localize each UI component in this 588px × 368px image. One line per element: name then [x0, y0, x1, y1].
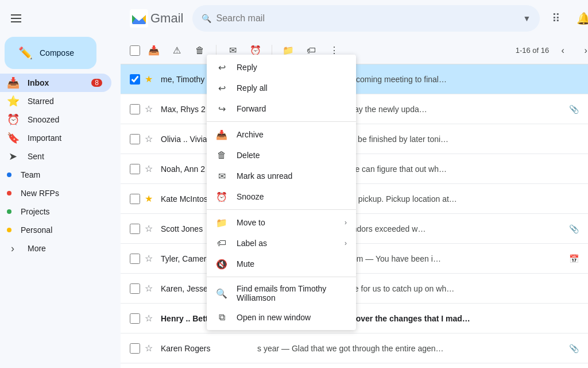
context-menu-reply-all[interactable]: ↩ Reply all — [207, 78, 356, 98]
notifications-button[interactable]: 🔔 — [572, 7, 588, 30]
context-menu-find-emails-label: Find emails from Timothy Williamson — [237, 284, 347, 302]
context-menu-forward[interactable]: ↪ Forward — [207, 98, 356, 119]
row-checkbox[interactable] — [130, 224, 140, 234]
row-checkbox[interactable] — [130, 134, 140, 144]
new-rfps-dot — [7, 191, 11, 195]
sidebar-item-starred[interactable]: ⭐ Starred — [0, 92, 111, 110]
row-checkbox[interactable] — [130, 254, 140, 264]
star-icon[interactable]: ☆ — [145, 103, 156, 115]
more-icon: › — [7, 243, 18, 255]
gmail-logo: Gmail — [130, 9, 183, 28]
submenu-arrow: › — [345, 218, 347, 227]
inbox-badge: 8 — [91, 79, 102, 87]
archive-icon: 📥 — [216, 129, 227, 140]
sidebar-item-label: Projects — [21, 207, 50, 216]
row-checkbox[interactable] — [130, 74, 140, 85]
compose-button[interactable]: ✏️ Compose — [5, 37, 96, 69]
sidebar-item-label: Team — [21, 170, 40, 179]
apps-button[interactable]: ⠿ — [544, 7, 567, 30]
mute-icon: 🔇 — [216, 258, 227, 270]
svg-rect-2 — [11, 21, 21, 22]
menu-button[interactable] — [2, 5, 30, 32]
context-menu-forward-label: Forward — [237, 104, 266, 113]
compose-label: Compose — [40, 48, 74, 57]
sidebar-item-label: Inbox — [28, 78, 49, 87]
mark-unread-icon: ✉ — [216, 170, 227, 182]
svg-rect-0 — [11, 14, 21, 16]
row-checkbox[interactable] — [130, 104, 140, 114]
email-time: Feb 10 — [583, 344, 588, 352]
context-menu-mute[interactable]: 🔇 Mute — [207, 254, 356, 274]
star-icon[interactable]: ★ — [145, 193, 156, 205]
search-input[interactable] — [216, 13, 523, 24]
context-menu-archive-label: Archive — [237, 130, 264, 139]
star-icon[interactable]: ★ — [145, 74, 156, 85]
label-as-icon: 🏷 — [216, 237, 227, 249]
search-bar[interactable]: 🔍 ▼ — [192, 5, 540, 32]
sidebar-item-important[interactable]: 🔖 Important — [0, 129, 111, 147]
select-all-checkbox[interactable] — [130, 45, 140, 56]
snooze-icon: ⏰ — [7, 113, 18, 126]
next-page-button[interactable]: › — [577, 41, 588, 60]
move-to-icon: 📁 — [216, 217, 227, 228]
row-checkbox[interactable] — [130, 343, 140, 354]
context-menu-open-window-label: Open in new window — [237, 313, 311, 322]
sidebar-item-label: Sent — [28, 152, 44, 161]
star-icon[interactable]: ☆ — [145, 343, 156, 354]
table-row[interactable]: ☆ Karen Rogers s year — Glad that we got… — [121, 334, 588, 363]
sidebar-item-new-rfps[interactable]: New RFPs — [0, 184, 111, 202]
team-dot — [7, 172, 11, 177]
sidebar-item-label: Important — [28, 133, 61, 143]
context-menu-label-as[interactable]: 🏷 Label as › — [207, 233, 356, 254]
sidebar-item-projects[interactable]: Projects — [0, 202, 111, 221]
email-icons: 📎 — [569, 344, 579, 353]
row-checkbox[interactable] — [130, 164, 140, 174]
reply-all-icon: ↩ — [216, 82, 227, 94]
context-menu-snooze[interactable]: ⏰ Snooze — [207, 186, 356, 207]
row-checkbox[interactable] — [130, 194, 140, 204]
email-time: 11:37 PM — [583, 225, 588, 233]
row-checkbox[interactable] — [130, 313, 140, 324]
forward-icon: ↪ — [216, 103, 227, 114]
context-menu-open-window[interactable]: ⧉ Open in new window — [207, 307, 356, 328]
context-menu-mute-label: Mute — [237, 259, 254, 269]
context-menu-reply[interactable]: ↩ Reply — [207, 57, 356, 78]
email-time: Feb 10 — [583, 285, 588, 293]
context-menu-find-emails[interactable]: 🔍 Find emails from Timothy Williamson — [207, 279, 356, 307]
row-checkbox[interactable] — [130, 283, 140, 294]
email-time: 9:21 AM — [583, 135, 588, 143]
sidebar-item-label: More — [28, 244, 46, 253]
context-menu-reply-label: Reply — [237, 63, 257, 72]
sidebar-item-team[interactable]: Team — [0, 166, 111, 184]
star-icon[interactable]: ☆ — [145, 253, 156, 264]
important-icon: 🔖 — [7, 132, 18, 144]
context-menu-move-to[interactable]: 📁 Move to › — [207, 212, 356, 233]
star-icon[interactable]: ☆ — [145, 313, 156, 324]
sidebar-item-more[interactable]: › More — [0, 239, 111, 258]
prev-page-button[interactable]: ‹ — [554, 41, 572, 60]
search-dropdown-icon[interactable]: ▼ — [523, 14, 531, 23]
star-icon[interactable]: ☆ — [145, 223, 156, 235]
context-menu-delete-label: Delete — [237, 151, 260, 160]
attachment-icon: 📎 — [569, 105, 579, 114]
star-icon[interactable]: ☆ — [145, 133, 156, 145]
sidebar-item-snoozed[interactable]: ⏰ Snoozed — [0, 110, 111, 129]
table-row[interactable]: ★ Ann Nguyen te across Horizontals, Vert… — [121, 363, 588, 368]
sidebar-item-sent[interactable]: ➤ Sent — [0, 147, 111, 166]
context-menu-reply-all-label: Reply all — [237, 83, 268, 93]
report-spam-button[interactable]: ⚠ — [168, 41, 186, 60]
open-window-icon: ⧉ — [216, 312, 227, 323]
context-menu: ↩ Reply ↩ Reply all ↪ Forward 📥 Archive … — [207, 55, 356, 330]
star-icon[interactable]: ☆ — [145, 283, 156, 294]
menu-divider — [207, 121, 356, 122]
context-menu-archive[interactable]: 📥 Archive — [207, 124, 356, 145]
email-time: 9:25 AM — [583, 105, 588, 113]
sidebar-item-personal[interactable]: Personal — [0, 221, 111, 239]
context-menu-delete[interactable]: 🗑 Delete — [207, 145, 356, 166]
inbox-icon: 📥 — [7, 76, 18, 89]
sidebar-item-inbox[interactable]: 📥 Inbox 8 — [0, 74, 111, 92]
archive-toolbar-button[interactable]: 📥 — [145, 41, 163, 60]
star-icon[interactable]: ☆ — [145, 163, 156, 175]
menu-divider3 — [207, 277, 356, 277]
context-menu-mark-unread[interactable]: ✉ Mark as unread — [207, 166, 356, 186]
